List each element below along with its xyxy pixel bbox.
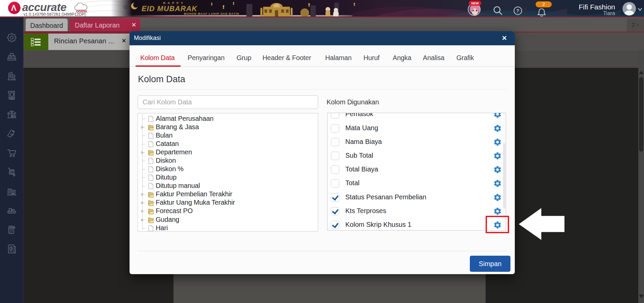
svg-text:EID MUBARAK: EID MUBARAK: [142, 5, 197, 13]
svg-text:MOHON MAAF LAHIR DAN BATIN: MOHON MAAF LAHIR DAN BATIN: [184, 12, 239, 15]
svg-text:?: ?: [516, 8, 519, 13]
svg-text:HAPPY: HAPPY: [163, 1, 185, 5]
svg-text:TAX: TAX: [10, 225, 13, 228]
svg-text:Rp: Rp: [10, 133, 14, 136]
